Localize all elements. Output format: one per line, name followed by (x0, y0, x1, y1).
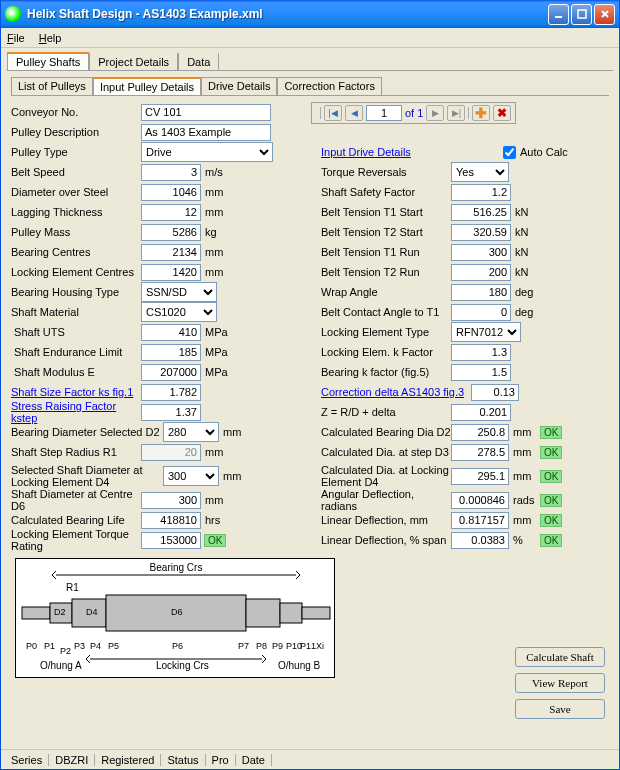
ok-badge: OK (204, 534, 226, 547)
label-linear-deflection-mm: Linear Deflection, mm (321, 514, 451, 526)
label-bearing-k-factor: Bearing k factor (fig.5) (321, 366, 451, 378)
label-bearing-housing-type: Bearing Housing Type (11, 286, 141, 298)
z-value-input[interactable] (451, 404, 511, 421)
statusbar: Series DBZRI Registered Status Pro Date (1, 749, 619, 769)
belt-tension-t2-run-input[interactable] (451, 264, 511, 281)
calc-bearing-life-input[interactable] (141, 512, 201, 529)
lock-elem-torque-rating-input[interactable] (141, 532, 201, 549)
label-wrap-angle: Wrap Angle (321, 286, 451, 298)
outer-tabstrip: Pulley Shafts Project Details Data (7, 52, 613, 71)
bearing-housing-type-select[interactable]: SSN/SD (141, 282, 217, 302)
svg-text:P0: P0 (26, 641, 37, 651)
shaft-endurance-limit-input[interactable] (141, 344, 201, 361)
auto-calc-checkbox[interactable] (503, 146, 516, 159)
view-report-button[interactable]: View Report (515, 673, 605, 693)
link-shaft-size-factor[interactable]: Shaft Size Factor ks fig.1 (11, 386, 141, 398)
belt-contact-angle-t1-input[interactable] (451, 304, 511, 321)
tab-data[interactable]: Data (178, 52, 219, 70)
pulley-mass-input[interactable] (141, 224, 201, 241)
tab-correction-factors[interactable]: Correction Factors (277, 77, 381, 95)
link-correction-delta[interactable]: Correction delta AS1403 fig.3 (321, 386, 471, 398)
label-torque-reversals: Torque Reversals (321, 166, 451, 178)
calc-dia-lock-d4-input[interactable] (451, 468, 509, 485)
tab-pulley-shafts[interactable]: Pulley Shafts (7, 52, 89, 70)
shaft-safety-factor-input[interactable] (451, 184, 511, 201)
label-belt-tension-t2-run: Belt Tension T2 Run (321, 266, 451, 278)
svg-text:P5: P5 (108, 641, 119, 651)
shaft-size-factor-input[interactable] (141, 384, 201, 401)
linear-deflection-mm-input[interactable] (451, 512, 509, 529)
belt-tension-t1-run-input[interactable] (451, 244, 511, 261)
diameter-over-steel-input[interactable] (141, 184, 201, 201)
tab-project-details[interactable]: Project Details (89, 52, 178, 70)
link-stress-raising-factor[interactable]: Stress Raising Factor kstep (11, 400, 141, 424)
wrap-angle-input[interactable] (451, 284, 511, 301)
label-shaft-endurance-limit: Shaft Endurance Limit (11, 346, 141, 358)
nav-add-icon[interactable]: ✚ (472, 105, 490, 121)
close-button[interactable] (594, 4, 615, 25)
bearing-diameter-d2-select[interactable]: 280 (163, 422, 219, 442)
diagram-bearing-crs: Bearing Crs (150, 562, 203, 573)
pulley-description-input[interactable] (141, 124, 271, 141)
belt-tension-t1-start-input[interactable] (451, 204, 511, 221)
bearing-centres-input[interactable] (141, 244, 201, 261)
svg-text:P11: P11 (300, 641, 316, 651)
menubar: File Help (1, 28, 619, 48)
maximize-button[interactable] (571, 4, 592, 25)
stress-raising-factor-input[interactable] (141, 404, 201, 421)
bearing-k-factor-input[interactable] (451, 364, 511, 381)
belt-tension-t2-start-input[interactable] (451, 224, 511, 241)
calc-bearing-dia-d2-input[interactable] (451, 424, 509, 441)
label-calc-dia-lock-d4: Calculated Dia. at Locking Element D4 (321, 464, 451, 488)
nav-prev-icon[interactable]: ◀ (345, 105, 363, 121)
label-locking-element-type: Locking Element Type (321, 326, 451, 338)
label-angular-deflection: Angular Deflection, radians (321, 488, 451, 512)
locking-element-centres-input[interactable] (141, 264, 201, 281)
pulley-type-select[interactable]: Drive (141, 142, 273, 162)
nav-first-icon[interactable]: |◀ (324, 105, 342, 121)
correction-delta-input[interactable] (471, 384, 519, 401)
label-lagging-thickness: Lagging Thickness (11, 206, 141, 218)
shaft-diam-centre-d6-input[interactable] (141, 492, 201, 509)
selected-shaft-diam-d4-select[interactable]: 300 (163, 466, 219, 486)
angular-deflection-input[interactable] (451, 492, 509, 509)
menu-file[interactable]: File (7, 32, 25, 44)
shaft-modulus-e-input[interactable] (141, 364, 201, 381)
shaft-material-select[interactable]: CS1020 (141, 302, 217, 322)
svg-text:P4: P4 (90, 641, 101, 651)
minimize-button[interactable] (548, 4, 569, 25)
svg-text:R1: R1 (66, 582, 79, 593)
link-input-drive-details[interactable]: Input Drive Details (321, 146, 451, 158)
svg-rect-11 (280, 603, 302, 623)
torque-reversals-select[interactable]: Yes (451, 162, 509, 182)
nav-last-icon[interactable]: ▶| (447, 105, 465, 121)
inner-tabstrip: List of Pulleys Input Pulley Details Dri… (11, 77, 609, 96)
tab-list-of-pulleys[interactable]: List of Pulleys (11, 77, 93, 95)
label-conveyor-no: Conveyor No. (11, 106, 141, 118)
svg-text:P6: P6 (172, 641, 183, 651)
label-shaft-modulus-e: Shaft Modulus E (11, 366, 141, 378)
locking-element-type-select[interactable]: RFN7012 (451, 322, 521, 342)
calc-dia-step-d3-input[interactable] (451, 444, 509, 461)
status-dbzri: DBZRI (49, 754, 95, 766)
tab-input-pulley-details[interactable]: Input Pulley Details (93, 77, 201, 95)
label-auto-calc: Auto Calc (520, 146, 568, 158)
calculate-shaft-button[interactable]: Calculate Shaft (515, 647, 605, 667)
nav-delete-icon[interactable]: ✖ (493, 105, 511, 121)
nav-next-icon[interactable]: ▶ (426, 105, 444, 121)
locking-elem-k-factor-input[interactable] (451, 344, 511, 361)
tab-drive-details[interactable]: Drive Details (201, 77, 277, 95)
status-series: Series (5, 754, 49, 766)
svg-rect-10 (246, 599, 280, 627)
menu-help[interactable]: Help (39, 32, 62, 44)
shaft-uts-input[interactable] (141, 324, 201, 341)
belt-speed-input[interactable] (141, 164, 201, 181)
save-button[interactable]: Save (515, 699, 605, 719)
lagging-thickness-input[interactable] (141, 204, 201, 221)
conveyor-no-input[interactable] (141, 104, 271, 121)
linear-deflection-pct-input[interactable] (451, 532, 509, 549)
nav-page-input[interactable] (366, 105, 402, 121)
svg-text:D6: D6 (171, 607, 183, 617)
ok-badge: OK (540, 446, 562, 459)
svg-text:O/hung A: O/hung A (40, 660, 82, 671)
